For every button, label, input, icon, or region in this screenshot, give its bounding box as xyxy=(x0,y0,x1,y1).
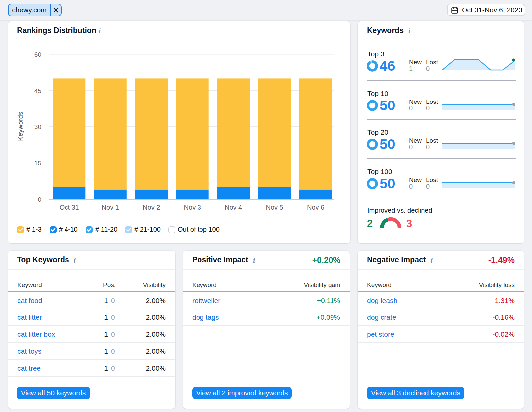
svg-text:Nov 3: Nov 3 xyxy=(184,204,201,211)
svg-text:30: 30 xyxy=(34,123,41,130)
svg-text:15: 15 xyxy=(34,160,41,167)
svg-text:0: 0 xyxy=(38,196,41,203)
svg-text:Nov 2: Nov 2 xyxy=(143,204,160,211)
svg-text:60: 60 xyxy=(34,51,41,58)
svg-text:Nov 1: Nov 1 xyxy=(102,204,119,211)
svg-text:Nov 4: Nov 4 xyxy=(225,204,242,211)
svg-text:Nov 6: Nov 6 xyxy=(307,204,324,211)
svg-text:Keywords: Keywords xyxy=(17,112,24,141)
svg-text:Oct 31: Oct 31 xyxy=(60,204,79,211)
svg-text:Nov 5: Nov 5 xyxy=(266,204,283,211)
svg-text:45: 45 xyxy=(34,87,41,94)
